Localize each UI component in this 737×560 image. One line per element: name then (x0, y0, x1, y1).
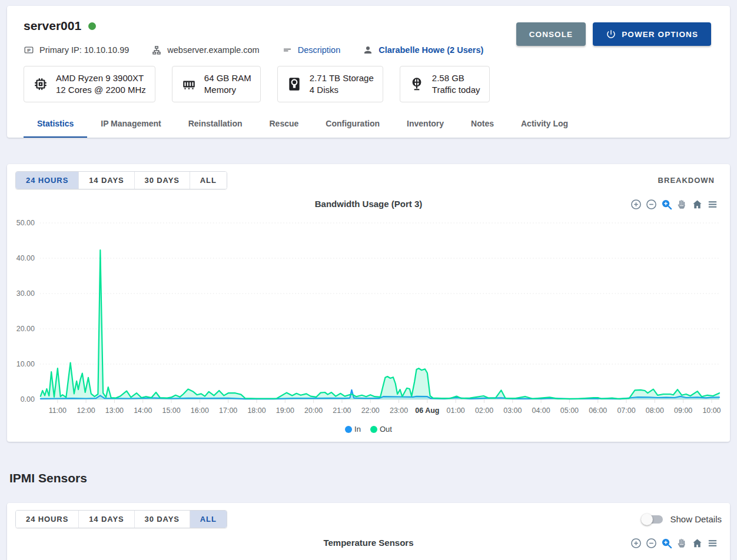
svg-text:23:00: 23:00 (390, 406, 408, 415)
svg-text:22:00: 22:00 (361, 406, 380, 415)
ipmi-card: 24 HOURS 14 DAYS 30 DAYS ALL Show Detail… (7, 503, 730, 560)
svg-text:03:00: 03:00 (503, 406, 522, 415)
console-button[interactable]: CONSOLE (516, 22, 586, 46)
ipmi-range-all-button[interactable]: ALL (190, 511, 227, 528)
tab-configuration[interactable]: Configuration (312, 109, 393, 138)
svg-text:21:00: 21:00 (333, 406, 351, 415)
bandwidth-range-group: 24 HOURS 14 DAYS 30 DAYS ALL (15, 171, 227, 189)
legend-item-out[interactable]: Out (370, 425, 392, 434)
tab-notes[interactable]: Notes (457, 109, 507, 138)
home-reset-icon[interactable] (692, 199, 703, 210)
bandwidth-chart-title: Bandwidth Usage (Port 3) (15, 199, 722, 209)
show-details-label: Show Details (670, 514, 722, 524)
legend-dot-out (370, 426, 377, 433)
svg-text:06 Aug: 06 Aug (415, 406, 439, 415)
svg-text:IP: IP (27, 48, 31, 52)
person-icon (363, 45, 373, 55)
selection-zoom-icon[interactable] (661, 538, 672, 549)
hostname: webserver.example.com (151, 45, 259, 55)
tab-rescue[interactable]: Rescue (255, 109, 312, 138)
svg-text:20:00: 20:00 (304, 406, 323, 415)
spec-card-traffic: 2.58 GB Traffic today (400, 66, 490, 102)
tab-bar: Statistics IP Management Reinstallation … (24, 109, 713, 138)
tab-reinstallation[interactable]: Reinstallation (175, 109, 256, 138)
zoom-in-icon[interactable] (630, 199, 642, 210)
spec-card-memory: 64 GB RAM Memory (172, 66, 261, 102)
svg-text:09:00: 09:00 (674, 406, 692, 415)
tab-activity-log[interactable]: Activity Log (507, 109, 582, 138)
svg-text:05:00: 05:00 (560, 406, 579, 415)
power-options-button[interactable]: POWER OPTIONS (593, 22, 711, 46)
legend-item-in[interactable]: In (345, 425, 361, 434)
status-online-dot (88, 22, 96, 30)
svg-text:40.00: 40.00 (16, 254, 35, 262)
menu-icon[interactable] (707, 199, 718, 210)
ram-icon (181, 76, 197, 92)
svg-text:20.00: 20.00 (16, 325, 35, 333)
ipmi-range-30-days-button[interactable]: 30 DAYS (134, 511, 190, 528)
ip-icon: IP (24, 45, 34, 55)
home-reset-icon[interactable] (692, 538, 703, 549)
svg-text:12:00: 12:00 (77, 406, 95, 415)
range-14-days-button[interactable]: 14 DAYS (78, 172, 134, 189)
pan-hand-icon[interactable] (676, 199, 688, 210)
ipmi-range-24-hours-button[interactable]: 24 HOURS (16, 511, 78, 528)
spec-card-cpu: AMD Ryzen 9 3900XT 12 Cores @ 2200 MHz (24, 66, 155, 102)
bandwidth-chart-plot[interactable]: 0.0010.0020.0030.0040.0050.0011:0012:001… (15, 214, 722, 421)
svg-text:10.00: 10.00 (16, 360, 35, 368)
svg-text:06:00: 06:00 (589, 406, 607, 415)
cpu-icon (33, 76, 48, 92)
zoom-out-icon[interactable] (646, 538, 657, 549)
svg-text:14:00: 14:00 (134, 406, 152, 415)
server-header-card: server001 CONSOLE POWER OPTIONS IP Prima… (7, 6, 730, 138)
range-30-days-button[interactable]: 30 DAYS (134, 172, 190, 189)
svg-text:18:00: 18:00 (247, 406, 265, 415)
toggle-thumb (641, 514, 653, 525)
show-details-toggle[interactable] (643, 515, 663, 524)
svg-text:02:00: 02:00 (475, 406, 493, 415)
zoom-out-icon[interactable] (646, 199, 657, 210)
bandwidth-card: 24 HOURS 14 DAYS 30 DAYS ALL BREAKDOWN B… (7, 164, 730, 442)
svg-text:15:00: 15:00 (162, 406, 180, 415)
owner-link[interactable]: Clarabelle Howe (2 Users) (379, 45, 483, 55)
ipmi-section-title: IPMI Sensors (9, 471, 737, 485)
svg-text:19:00: 19:00 (276, 406, 294, 415)
svg-text:17:00: 17:00 (219, 406, 237, 415)
breakdown-button[interactable]: BREAKDOWN (651, 171, 722, 189)
temperature-chart-toolbar (630, 538, 718, 549)
svg-text:07:00: 07:00 (617, 406, 635, 415)
menu-icon[interactable] (707, 538, 718, 549)
svg-text:10:00: 10:00 (702, 406, 721, 415)
owner-link-wrap: Clarabelle Howe (2 Users) (363, 45, 483, 55)
traffic-globe-icon (409, 76, 424, 92)
tab-statistics[interactable]: Statistics (24, 109, 87, 138)
zoom-in-icon[interactable] (630, 538, 642, 549)
svg-text:0.00: 0.00 (21, 395, 35, 404)
tab-ip-management[interactable]: IP Management (87, 109, 174, 138)
lan-icon (151, 45, 162, 55)
primary-ip: IP Primary IP: 10.10.10.99 (24, 45, 129, 55)
temperature-chart-title: Temperature Sensors (15, 538, 722, 548)
svg-text:08:00: 08:00 (646, 406, 664, 415)
range-all-button[interactable]: ALL (190, 172, 227, 189)
svg-text:11:00: 11:00 (49, 406, 67, 415)
description-link-wrap: Description (282, 45, 341, 55)
description-link[interactable]: Description (298, 45, 341, 55)
spec-card-storage: 2.71 TB Storage 4 Disks (277, 66, 383, 102)
tab-inventory[interactable]: Inventory (393, 109, 457, 138)
chart-legend: In Out (15, 425, 722, 436)
svg-text:04:00: 04:00 (532, 406, 550, 415)
selection-zoom-icon[interactable] (661, 199, 672, 210)
legend-dot-in (345, 426, 352, 433)
svg-text:16:00: 16:00 (191, 406, 209, 415)
ipmi-range-14-days-button[interactable]: 14 DAYS (78, 511, 134, 528)
svg-text:13:00: 13:00 (105, 406, 124, 415)
storage-icon (287, 76, 302, 92)
short-text-icon (282, 45, 293, 55)
range-24-hours-button[interactable]: 24 HOURS (16, 172, 78, 189)
pan-hand-icon[interactable] (676, 538, 688, 549)
svg-text:50.00: 50.00 (16, 219, 35, 227)
ipmi-range-group: 24 HOURS 14 DAYS 30 DAYS ALL (15, 510, 227, 528)
page-title: server001 (24, 19, 81, 33)
bandwidth-chart-toolbar (630, 199, 718, 210)
